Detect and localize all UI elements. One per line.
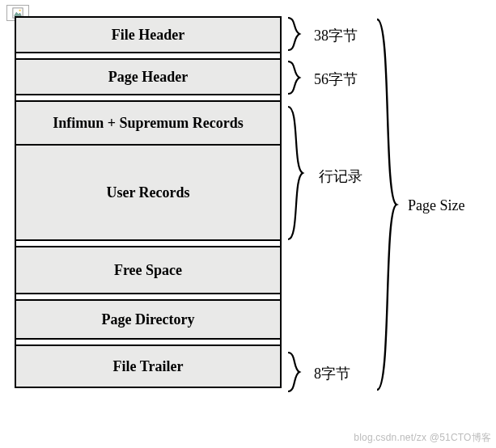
label-file-header-size: 38字节 bbox=[314, 26, 358, 45]
block-free-space: Free Space bbox=[16, 247, 280, 294]
brace-file-trailer bbox=[285, 351, 306, 393]
block-file-header: File Header bbox=[16, 18, 280, 53]
block-label: File Header bbox=[112, 27, 184, 44]
svg-marker-1 bbox=[15, 12, 22, 15]
block-label: File Trailer bbox=[113, 358, 184, 375]
block-label: Infimun + Supremum Records bbox=[53, 115, 243, 132]
diagram-stage: File Header Page Header Infimun + Suprem… bbox=[15, 16, 488, 424]
gap bbox=[16, 294, 280, 301]
gap bbox=[16, 95, 280, 102]
label-page-header-size: 56字节 bbox=[314, 70, 358, 89]
svg-point-2 bbox=[19, 10, 20, 11]
brace-row-records bbox=[285, 104, 309, 243]
block-page-directory: Page Directory bbox=[16, 301, 280, 340]
block-inf-sup: Infimun + Supremum Records bbox=[16, 102, 280, 146]
brace-file-header bbox=[285, 16, 306, 52]
label-file-trailer-size: 8字节 bbox=[314, 364, 350, 383]
block-file-trailer: File Trailer bbox=[16, 346, 280, 388]
page-structure-column: File Header Page Header Infimun + Suprem… bbox=[15, 16, 282, 388]
block-user-records: User Records bbox=[16, 146, 280, 241]
brace-page-size bbox=[372, 16, 401, 393]
block-page-header: Page Header bbox=[16, 60, 280, 95]
gap bbox=[16, 53, 280, 60]
gap bbox=[16, 241, 280, 247]
gap bbox=[16, 340, 280, 346]
block-label: User Records bbox=[106, 184, 189, 201]
brace-page-header bbox=[285, 60, 306, 95]
block-label: Page Header bbox=[108, 69, 188, 86]
label-row-records: 行记录 bbox=[319, 167, 362, 186]
watermark: blog.csdn.net/zx @51CTO博客 bbox=[354, 431, 491, 445]
block-label: Free Space bbox=[114, 262, 182, 279]
block-label: Page Directory bbox=[101, 311, 194, 328]
label-page-size: Page Size bbox=[408, 197, 464, 214]
